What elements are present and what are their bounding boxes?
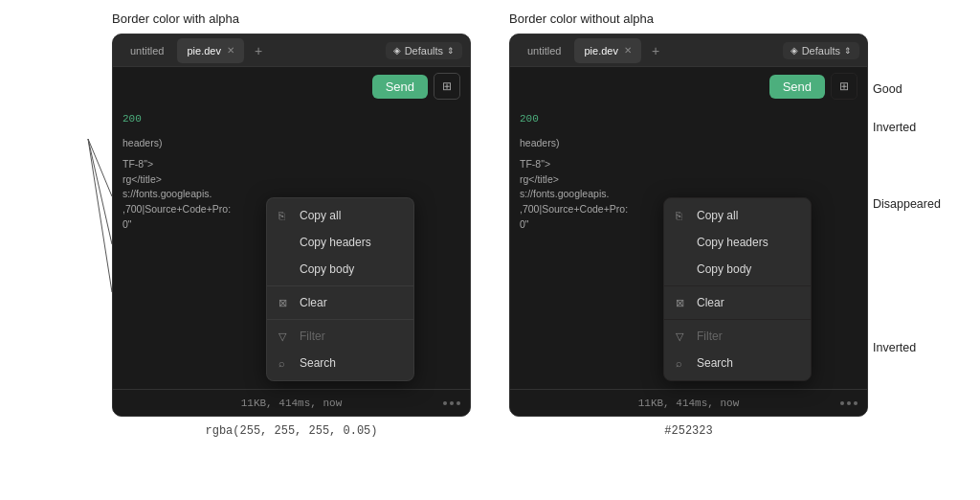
left-tab-piedev[interactable]: pie.dev ✕ (177, 38, 243, 63)
right-separator-2 (664, 319, 811, 320)
left-send-button[interactable]: Send (372, 75, 428, 99)
right-menu-copy-all[interactable]: ⎘ Copy all (664, 202, 811, 229)
left-status-bar: 11KB, 414ms, now (113, 389, 470, 416)
svg-line-1 (88, 139, 112, 244)
right-toolbar: Send ⊞ (510, 67, 867, 105)
svg-line-2 (88, 139, 112, 292)
right-tab-untitled[interactable]: untitled (518, 38, 570, 63)
left-menu-copy-all[interactable]: ⎘ Copy all (267, 202, 413, 229)
svg-text:Inverted: Inverted (873, 121, 916, 134)
left-menu-copy-body[interactable]: Copy body (267, 256, 413, 283)
right-tab-close[interactable]: ✕ (624, 45, 632, 56)
left-status-dots (443, 401, 460, 405)
right-status-bar: 11KB, 414ms, now (510, 389, 867, 416)
left-grid-icon[interactable]: ⊞ (434, 73, 460, 100)
right-menu-copy-body[interactable]: Copy body (664, 256, 811, 283)
left-search-icon: ⌕ (278, 357, 292, 369)
left-menu-filter[interactable]: ▽ Filter (267, 323, 413, 350)
left-defaults-btn[interactable]: ◈ Defaults ⇕ (386, 42, 462, 59)
svg-line-0 (88, 139, 112, 196)
left-filter-icon: ▽ (278, 330, 292, 343)
left-menu-copy-headers[interactable]: Copy headers (267, 229, 413, 256)
left-panel: All borders look good untitled pie.dev ✕… (112, 34, 471, 438)
left-caption: rgba(255, 255, 255, 0.05) (112, 424, 471, 438)
right-menu-search[interactable]: ⌕ Search (664, 350, 811, 376)
left-tab-untitled[interactable]: untitled (121, 38, 173, 63)
right-panel-title: Border color without alpha (509, 10, 868, 28)
right-annotation-svg: Good Inverted Disappeared Inverted (868, 62, 980, 426)
right-status-dots (840, 401, 858, 405)
right-panel: Good Inverted Disappeared Inverted untit… (509, 34, 868, 438)
right-status-code: 200 (510, 105, 867, 132)
left-annotation-svg: All borders look good (0, 81, 112, 369)
left-browser-window: untitled pie.dev ✕ + ◈ Defaults ⇕ Sen (112, 34, 471, 417)
left-tab-bar: untitled pie.dev ✕ + ◈ Defaults ⇕ (113, 34, 470, 67)
right-search-icon: ⌕ (676, 357, 689, 369)
svg-text:Disappeared: Disappeared (873, 197, 941, 211)
right-trash-icon: ⊠ (676, 297, 689, 309)
left-menu-search[interactable]: ⌕ Search (267, 350, 413, 376)
left-trash-icon: ⊠ (278, 297, 292, 309)
right-send-button[interactable]: Send (769, 75, 825, 99)
left-toolbar: Send ⊞ (113, 67, 470, 105)
left-separator-2 (267, 319, 413, 320)
left-context-menu: ⎘ Copy all Copy headers Copy body ⊠ C (266, 197, 414, 381)
right-tab-bar: untitled pie.dev ✕ + ◈ Defaults ⇕ (510, 34, 867, 67)
right-tab-piedev[interactable]: pie.dev ✕ (574, 38, 640, 63)
left-copy-icon: ⎘ (278, 210, 292, 221)
left-tab-add[interactable]: + (248, 40, 269, 61)
right-caption: #252323 (509, 424, 868, 438)
left-status-code: 200 (113, 105, 470, 132)
svg-text:Inverted: Inverted (873, 341, 916, 354)
left-separator-1 (267, 285, 413, 286)
right-menu-filter[interactable]: ▽ Filter (664, 323, 811, 350)
right-browser-window: untitled pie.dev ✕ + ◈ Defaults ⇕ Sen (509, 34, 868, 417)
left-menu-clear[interactable]: ⊠ Clear (267, 289, 413, 316)
right-tab-add[interactable]: + (645, 40, 666, 61)
right-context-menu: ⎘ Copy all Copy headers Copy body ⊠ C (663, 197, 812, 381)
right-menu-clear[interactable]: ⊠ Clear (664, 289, 811, 316)
right-grid-icon[interactable]: ⊞ (831, 73, 858, 100)
right-copy-icon: ⎘ (676, 210, 689, 221)
svg-text:Good: Good (873, 82, 902, 96)
right-menu-copy-headers[interactable]: Copy headers (664, 229, 811, 256)
left-tab-close[interactable]: ✕ (227, 45, 234, 56)
right-defaults-btn[interactable]: ◈ Defaults ⇕ (783, 42, 859, 59)
right-filter-icon: ▽ (676, 330, 689, 343)
left-panel-title: Border color with alpha (112, 10, 471, 28)
right-separator-1 (664, 285, 811, 286)
